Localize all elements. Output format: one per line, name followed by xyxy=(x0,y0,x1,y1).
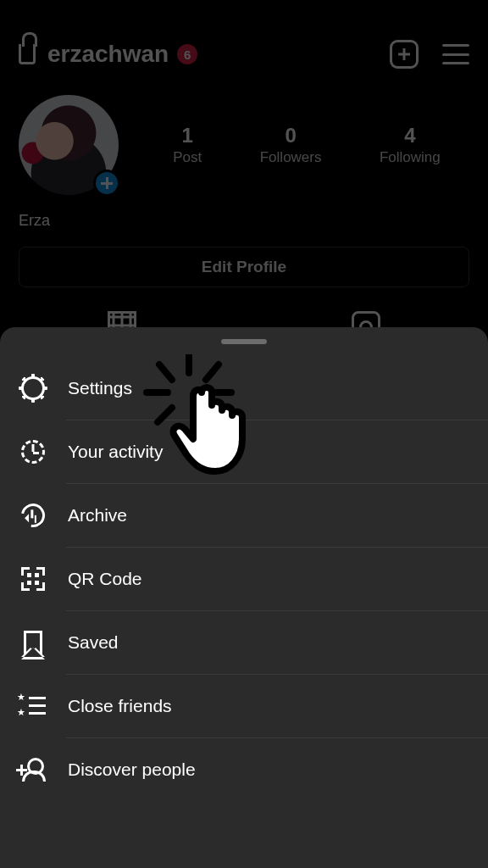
close-friends-icon xyxy=(20,693,46,719)
settings-icon xyxy=(20,376,46,401)
followers-label: Followers xyxy=(260,149,322,166)
menu-item-archive[interactable]: Archive xyxy=(0,483,488,547)
menu-label: Archive xyxy=(68,505,127,526)
menu-item-close-friends[interactable]: Close friends xyxy=(0,674,488,737)
followers-stat[interactable]: 0 Followers xyxy=(260,124,322,166)
posts-stat[interactable]: 1 Post xyxy=(173,124,202,166)
top-bar: erzachwan 6 xyxy=(0,34,488,75)
avatar[interactable] xyxy=(19,95,119,195)
username-button[interactable]: erzachwan 6 xyxy=(19,41,390,68)
qr-icon xyxy=(20,566,46,592)
menu-label: Your activity xyxy=(68,442,163,462)
edit-profile-label: Edit Profile xyxy=(202,258,286,276)
username-text: erzachwan xyxy=(47,41,169,68)
followers-count: 0 xyxy=(260,124,322,147)
activity-icon xyxy=(20,439,46,465)
display-name: Erza xyxy=(0,205,488,247)
notification-badge: 6 xyxy=(177,44,197,64)
menu-item-discover-people[interactable]: Discover people xyxy=(0,737,488,801)
profile-stats: 1 Post 0 Followers 4 Following xyxy=(144,124,469,166)
menu-label: Settings xyxy=(68,378,132,398)
menu-item-your-activity[interactable]: Your activity xyxy=(0,420,488,483)
discover-icon xyxy=(20,757,46,782)
menu-label: Discover people xyxy=(68,760,196,780)
following-label: Following xyxy=(380,149,441,166)
archive-icon xyxy=(20,503,46,528)
create-button[interactable] xyxy=(390,40,419,69)
lock-icon xyxy=(19,44,36,64)
menu-label: Close friends xyxy=(68,696,172,716)
menu-label: Saved xyxy=(68,632,119,653)
edit-profile-button[interactable]: Edit Profile xyxy=(19,247,469,287)
menu-item-settings[interactable]: Settings xyxy=(0,356,488,420)
following-stat[interactable]: 4 Following xyxy=(380,124,441,166)
menu-label: QR Code xyxy=(68,569,142,589)
menu-item-qr-code[interactable]: QR Code xyxy=(0,547,488,610)
posts-count: 1 xyxy=(173,124,202,147)
menu-button[interactable] xyxy=(442,44,469,64)
following-count: 4 xyxy=(380,124,441,147)
menu-sheet: Settings Your activity Archive QR Code S… xyxy=(0,327,488,868)
menu-item-saved[interactable]: Saved xyxy=(0,610,488,674)
saved-icon xyxy=(20,630,46,655)
sheet-grabber[interactable] xyxy=(221,339,267,344)
posts-label: Post xyxy=(173,149,202,166)
add-story-icon[interactable] xyxy=(93,170,120,197)
